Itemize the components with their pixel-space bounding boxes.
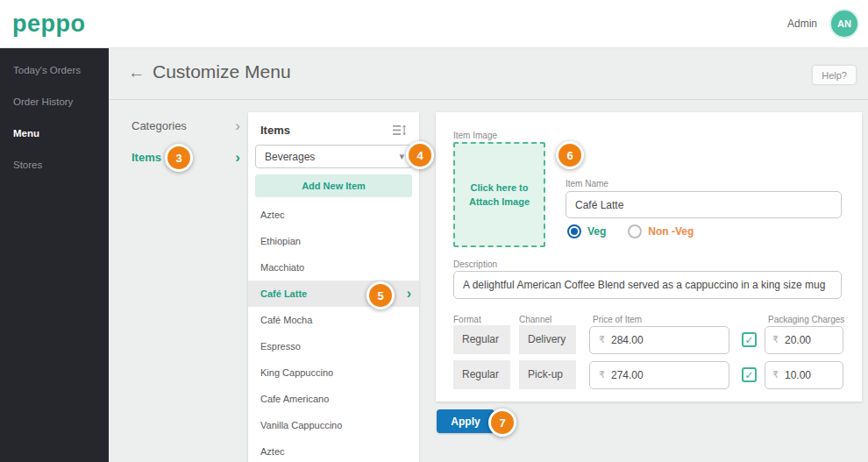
radio-dot [571,228,578,235]
list-item[interactable]: Espresso [248,333,419,359]
sidebar-item-todays-orders[interactable]: Today's Orders [0,54,109,86]
price-header: Price of Item [589,315,765,324]
chevron-right-icon: › [235,150,240,165]
admin-role-label: Admin [787,18,817,30]
list-item[interactable]: Ethiopian [248,228,419,254]
tour-badge-5: 5 [366,281,395,309]
item-detail-panel: Item Image Click here to Attach Image It… [436,112,862,402]
items-label: Items [132,151,161,164]
veg-nonveg-radio-group: Veg Non -Veg [567,224,694,238]
packaging-header: Packaging Charges [765,315,844,324]
packaging-input[interactable]: ₹ 20.00 [765,326,843,354]
list-item-label: Café Mocha [260,315,312,325]
list-item[interactable]: Café Mocha [248,307,419,333]
items-panel-header: Items [248,112,419,145]
item-list: Aztec Ethiopian Macchiato Café Latte › C… [248,202,419,462]
chevron-right-icon: › [235,118,240,133]
list-item-label: Espresso [260,341,301,352]
title-bar: ← Customize Menu Help? [109,48,868,100]
categories-label: Categories [132,119,187,132]
items-panel: Items Beverages ▾ Add New Item Aztec Eth… [248,112,419,462]
check-icon: ✓ [744,334,753,346]
rupee-icon: ₹ [599,369,605,380]
chevron-down-icon: ▾ [399,151,404,162]
nav-row-categories[interactable]: Categories › [132,117,240,134]
category-select[interactable]: Beverages ▾ [255,145,412,168]
sidebar-item-order-history[interactable]: Order History [0,86,109,117]
item-name-label: Item Name [566,179,608,188]
sort-icon[interactable] [393,124,407,136]
tour-badge-3: 3 [165,144,193,172]
chevron-right-icon: › [407,281,411,307]
list-item-label: Café Latte [260,288,307,299]
channel-chip: Pick-up [519,360,576,389]
format-header: Format [453,315,519,324]
description-input[interactable] [453,271,842,299]
tour-badge-6: 6 [556,141,584,169]
list-item[interactable]: Vanilla Cappuccino [248,412,419,438]
rupee-icon: ₹ [772,369,779,380]
add-new-item-button[interactable]: Add New Item [255,174,412,197]
rupee-icon: ₹ [599,334,605,345]
top-header: peppo Admin AN [0,0,868,48]
price-value: 274.00 [611,369,644,381]
attach-image-text: Click here to Attach Image [465,181,535,210]
item-name-input[interactable] [566,191,842,218]
list-item-label: Aztec [260,210,285,220]
page-title: Customize Menu [153,61,291,82]
packaging-checkbox[interactable]: ✓ [742,332,757,347]
list-item[interactable]: Aztec [248,202,419,228]
item-image-label: Item Image [453,131,497,140]
sidebar: Today's Orders Order History Menu Stores [0,48,109,462]
pricing-table-headers: Format Channel Price of Item Packaging C… [453,315,844,324]
format-chip: Regular [453,325,510,354]
nonveg-label: Non -Veg [648,225,694,238]
price-input[interactable]: ₹ 274.00 [589,361,729,389]
pricing-row: Regular Pick-up ₹ 274.00 ✓ ₹ 10.00 [453,360,843,389]
packaging-value: 10.00 [785,369,811,381]
pricing-row: Regular Delivery ₹ 284.00 ✓ ₹ 20.00 [453,325,843,354]
tour-badge-7: 7 [488,409,516,437]
list-item[interactable]: Cafe Americano [248,386,419,412]
sidebar-item-menu[interactable]: Menu [0,117,109,149]
app-window: peppo Admin AN Today's Orders Order Hist… [0,0,868,462]
price-value: 284.00 [611,334,644,346]
channel-header: Channel [519,315,589,324]
attach-image-dropzone[interactable]: Click here to Attach Image [453,142,545,247]
list-item-label: Vanilla Cappuccino [260,420,342,430]
apply-button[interactable]: Apply [437,409,494,433]
items-panel-title: Items [260,124,290,137]
description-label: Description [453,259,497,269]
nonveg-radio[interactable] [628,224,642,238]
list-item[interactable]: Macchiato [248,254,419,281]
list-item-label: Macchiato [260,262,304,273]
veg-label: Veg [587,225,606,238]
help-button[interactable]: Help? [813,66,856,84]
sidebar-item-stores[interactable]: Stores [0,149,109,181]
category-select-value: Beverages [265,151,315,163]
check-icon: ✓ [744,369,753,381]
channel-chip: Delivery [519,325,576,354]
packaging-value: 20.00 [785,334,811,346]
list-item-label: Cafe Americano [260,394,329,404]
rupee-icon: ₹ [772,334,779,345]
tour-badge-4: 4 [406,141,434,169]
list-item-label: Aztec [260,446,285,457]
price-input[interactable]: ₹ 284.00 [589,326,729,354]
list-item[interactable]: Aztec [248,438,419,462]
veg-radio[interactable] [567,224,581,238]
list-item[interactable]: King Cappuccino [248,359,419,386]
packaging-checkbox[interactable]: ✓ [742,367,757,382]
avatar[interactable]: AN [829,9,859,39]
brand-logo: peppo [12,11,86,38]
packaging-input[interactable]: ₹ 10.00 [765,361,843,389]
back-arrow-icon[interactable]: ← [128,63,145,82]
list-item-label: Ethiopian [260,236,301,246]
format-chip: Regular [453,360,510,389]
list-item-label: King Cappuccino [260,367,333,378]
